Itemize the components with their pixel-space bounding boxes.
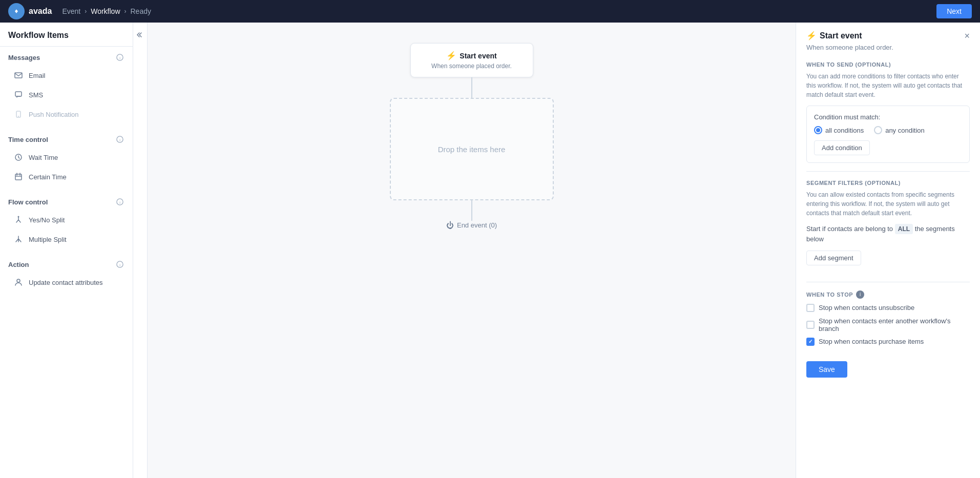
collapse-button[interactable] [133,23,148,478]
breadcrumb: Event › Workflow › Ready [62,7,936,15]
multi-split-icon [13,234,24,244]
condition-box: Condition must match: all conditions any… [806,106,970,163]
sidebar-item-sms[interactable]: SMS [8,86,124,104]
sidebar-section-messages: Messages i Email SMS [0,47,133,129]
checkbox-unsubscribe-label: Stop when contacts unsubscribe [819,304,914,311]
panel-header: ⚡ Start event × [806,31,970,40]
next-button[interactable]: Next [936,4,972,18]
clock-icon [13,152,24,162]
panel-bolt-icon: ⚡ [806,31,817,40]
breadcrumb-sep-2: › [124,8,127,15]
panel-subtitle: When someone placed order. [806,44,970,51]
divider-1 [806,171,970,172]
panel-close-button[interactable]: × [964,31,970,40]
sidebar-section-action: Action i Update contact attributes [0,254,133,297]
when-to-stop-info-icon[interactable]: i [856,290,864,299]
add-condition-button[interactable]: Add condition [814,140,870,155]
svg-rect-4 [15,92,22,96]
yes-no-label: Yes/No Split [29,216,65,224]
sms-icon [13,90,24,100]
messages-header: Messages i [8,53,124,62]
person-icon [13,277,24,287]
messages-label: Messages [8,54,40,61]
when-to-stop-label: WHEN TO STOP [806,292,853,298]
action-header: Action i [8,260,124,269]
wait-time-label: Wait Time [29,154,58,161]
panel-title: ⚡ Start event [806,31,862,40]
logo-text: avada [29,7,52,16]
segment-filters-desc: You can allow existed contacts from spec… [806,190,970,218]
email-label: Email [29,72,46,79]
time-label: Time control [8,136,48,143]
sidebar-item-push: Push Notification [8,105,124,123]
checkbox-another-branch[interactable]: Stop when contacts enter another workflo… [806,317,970,332]
checkbox-purchase-label: Stop when contacts purchase items [819,338,924,345]
svg-rect-3 [15,73,22,78]
main-layout: Workflow Items Messages i Email SMS [0,23,980,478]
sidebar-section-time: Time control i Wait Time Certain Time [0,129,133,191]
panel-title-text: Start event [820,31,862,40]
start-node-title-text: Start event [460,52,496,60]
action-label: Action [8,261,29,268]
start-node-subtitle: When someone placed order. [421,63,523,70]
segment-prefix: Start if contacts are belong to [806,225,893,233]
add-segment-button[interactable]: Add segment [806,251,861,265]
svg-text:i: i [119,138,120,142]
sidebar-section-flow: Flow control i Yes/No Split Multiple Spl… [0,191,133,254]
checkboxes-container: Stop when contacts unsubscribe Stop when… [806,304,970,346]
certain-time-label: Certain Time [29,173,67,181]
breadcrumb-ready: Ready [131,7,151,15]
svg-rect-10 [15,174,22,180]
radio-all-conditions[interactable]: all conditions [814,126,864,134]
time-header: Time control i [8,135,124,144]
messages-info-icon[interactable]: i [115,53,124,62]
when-to-stop-header: WHEN TO STOP i [806,290,970,299]
radio-any-label: any condition [885,127,925,134]
sidebar-item-update-contact[interactable]: Update contact attributes [8,273,124,292]
condition-match-label: Condition must match: [814,113,962,121]
connector-line-1 [471,77,472,98]
bolt-icon: ⚡ [446,51,456,60]
svg-text:i: i [119,56,120,60]
sidebar-item-yes-no[interactable]: Yes/No Split [8,211,124,229]
breadcrumb-event[interactable]: Event [62,7,80,15]
segment-belong-text: Start if contacts are belong to ALL the … [806,224,970,244]
checkbox-purchase[interactable]: Stop when contacts purchase items [806,338,970,346]
logo: avada [8,3,52,19]
svg-point-13 [18,216,19,218]
push-icon [13,109,24,119]
start-node-title: ⚡ Start event [421,51,523,60]
power-icon: ⏻ [446,221,454,230]
sidebar-item-multi-split[interactable]: Multiple Split [8,230,124,248]
canvas: ⚡ Start event When someone placed order.… [148,23,796,478]
update-contact-label: Update contact attributes [29,279,103,286]
segment-filters-label: SEGMENT FILTERS (OPTIONAL) [806,180,970,186]
flow-header: Flow control i [8,197,124,206]
sidebar-title: Workflow Items [0,23,133,47]
breadcrumb-workflow[interactable]: Workflow [91,7,120,15]
end-event-node: ⏻ End event (0) [446,221,497,230]
svg-point-6 [18,116,19,117]
checkbox-another-branch-box [806,321,815,329]
radio-any-condition[interactable]: any condition [874,126,925,134]
checkbox-unsubscribe-box [806,304,815,312]
canvas-inner: ⚡ Start event When someone placed order.… [369,43,574,230]
action-info-icon[interactable]: i [115,260,124,269]
time-info-icon[interactable]: i [115,135,124,144]
split-icon [13,215,24,225]
radio-any-dot [874,126,882,134]
sidebar-item-email[interactable]: Email [8,66,124,85]
sidebar-item-certain-time[interactable]: Certain Time [8,168,124,186]
checkbox-unsubscribe[interactable]: Stop when contacts unsubscribe [806,304,970,312]
flow-info-icon[interactable]: i [115,197,124,206]
push-label: Push Notification [29,111,79,118]
sidebar-item-wait-time[interactable]: Wait Time [8,148,124,167]
drop-zone[interactable]: Drop the items here [390,98,554,200]
divider-2 [806,282,970,282]
sms-label: SMS [29,91,43,99]
svg-text:i: i [119,263,120,267]
radio-all-label: all conditions [825,127,864,134]
start-event-node[interactable]: ⚡ Start event When someone placed order. [410,43,533,77]
save-button[interactable]: Save [806,361,847,378]
email-icon [13,70,24,80]
